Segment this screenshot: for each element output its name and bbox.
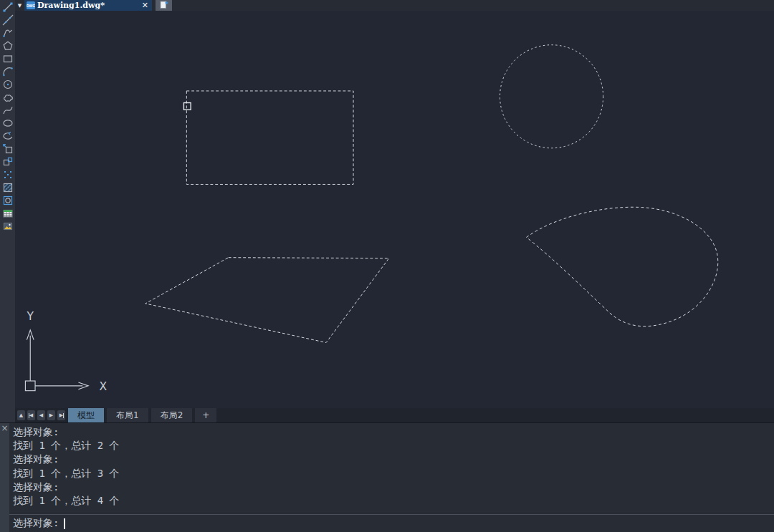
cad-application-window: ▼ DWG Drawing1.dwg* ✕ YX ▲◀◀▶▶模型布局1布局2+ … <box>0 0 774 532</box>
arc-icon[interactable] <box>1 65 14 78</box>
pickbox-cursor <box>183 103 191 110</box>
svg-text:DWG: DWG <box>27 4 35 8</box>
command-history-line: 找到 1 个，总计 4 个 <box>13 494 774 508</box>
layout-tab-布局1[interactable]: 布局1 <box>107 408 148 422</box>
command-input-line[interactable]: 选择对象: <box>9 514 774 532</box>
command-window-gutter: × <box>0 423 9 532</box>
polygon-icon[interactable] <box>1 39 14 52</box>
prev-tab-button[interactable]: ◀ <box>37 410 45 420</box>
ellipse-icon[interactable] <box>1 117 14 130</box>
line-icon[interactable] <box>1 1 14 14</box>
command-line-window: × 选择对象:找到 1 个，总计 2 个选择对象:找到 1 个，总计 3 个选择… <box>0 422 774 532</box>
selected-rectangle[interactable] <box>186 91 353 184</box>
rectangle-icon[interactable] <box>1 52 14 65</box>
ucs-y-label: Y <box>26 310 34 323</box>
close-command-window-icon[interactable]: × <box>1 423 8 433</box>
spline-icon[interactable] <box>1 104 14 117</box>
expand-tabs-button[interactable]: ▲ <box>17 410 25 420</box>
document-tab[interactable]: DWG Drawing1.dwg* ✕ <box>24 0 152 11</box>
tab-list-dropdown-button[interactable]: ▼ <box>15 0 24 11</box>
command-history-line: 选择对象: <box>13 453 774 466</box>
expand-tabs-icon: ▲ <box>19 412 23 418</box>
chevron-down-icon: ▼ <box>18 3 22 9</box>
revision-cloud-icon[interactable] <box>1 91 14 104</box>
text-cursor <box>64 518 65 529</box>
ellipse-arc-icon[interactable] <box>1 130 14 142</box>
selected-spline[interactable] <box>527 207 718 326</box>
next-tab-icon: ▶ <box>49 412 53 418</box>
prev-tab-icon: ◀ <box>39 412 43 418</box>
circle-icon[interactable] <box>1 78 14 91</box>
last-tab-button[interactable]: ▶ <box>57 410 65 420</box>
layout-tab-模型[interactable]: 模型 <box>68 408 104 422</box>
drawing-canvas[interactable]: YX <box>15 11 774 408</box>
hatch-icon[interactable] <box>1 181 14 194</box>
ucs-icon: YX <box>25 310 107 392</box>
image-icon[interactable] <box>1 220 14 233</box>
polyline-icon[interactable] <box>1 26 14 39</box>
first-tab-button[interactable]: ◀ <box>27 410 35 420</box>
document-title: Drawing1.dwg* <box>37 0 140 11</box>
insert-block-icon[interactable] <box>1 142 14 155</box>
command-history-line: 选择对象: <box>13 425 774 439</box>
new-drawing-button[interactable] <box>156 0 172 11</box>
close-document-icon[interactable]: ✕ <box>142 0 148 11</box>
layout-tab-布局2[interactable]: 布局2 <box>151 408 193 422</box>
command-history[interactable]: 选择对象:找到 1 个，总计 2 个选择对象:找到 1 个，总计 3 个选择对象… <box>9 423 774 515</box>
command-history-line: 找到 1 个，总计 3 个 <box>13 467 774 480</box>
command-history-line: 找到 1 个，总计 2 个 <box>13 439 774 453</box>
construction-line-icon[interactable] <box>1 14 14 26</box>
region-icon[interactable] <box>1 194 14 207</box>
selected-circle[interactable] <box>500 45 603 148</box>
command-prompt: 选择对象: <box>13 517 59 530</box>
layout-tab-strip: ▲◀◀▶▶模型布局1布局2+ <box>15 408 774 422</box>
selected-quadrilateral[interactable] <box>145 258 389 343</box>
canvas-graphics: YX <box>15 11 774 408</box>
ucs-x-label: X <box>100 380 108 393</box>
draw-toolbar <box>0 0 15 422</box>
table-icon[interactable] <box>1 207 14 220</box>
point-icon[interactable] <box>1 168 14 181</box>
make-block-icon[interactable] <box>1 155 14 168</box>
add-layout-tab-button[interactable]: + <box>195 408 216 422</box>
next-tab-button[interactable]: ▶ <box>47 410 55 420</box>
document-tab-bar: ▼ DWG Drawing1.dwg* ✕ <box>15 0 774 11</box>
first-tab-icon: ◀ <box>29 412 33 418</box>
command-history-line: 选择对象: <box>13 480 774 494</box>
